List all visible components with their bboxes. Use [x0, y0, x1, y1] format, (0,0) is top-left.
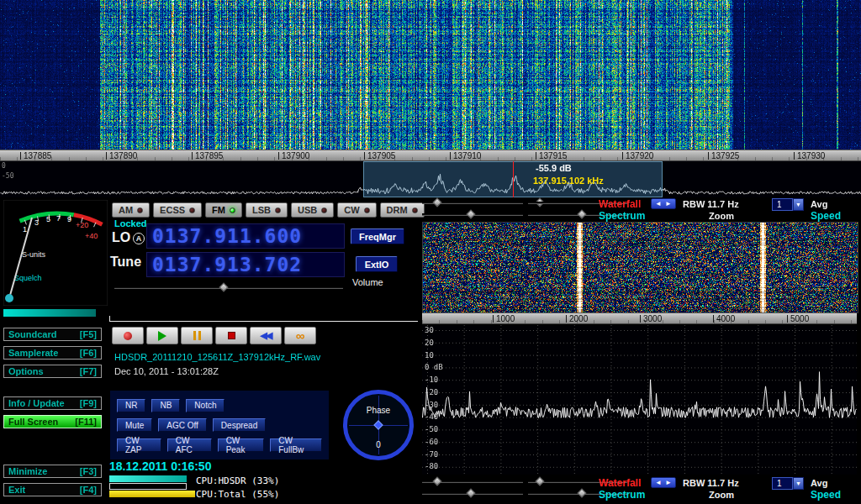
mute-button[interactable]: Mute: [117, 418, 152, 432]
cw-afc-button[interactable]: CW AFC: [167, 438, 212, 452]
af-spectrum-trace: [422, 325, 857, 475]
af-waterfall-display[interactable]: [422, 222, 858, 313]
lo-frequency-display[interactable]: 0137.911.600: [146, 223, 345, 249]
mode-cw-button[interactable]: CW: [337, 202, 376, 218]
chevron-down-icon[interactable]: ▼: [793, 198, 804, 211]
avg-select[interactable]: 1▼: [772, 477, 804, 490]
pause-button[interactable]: [181, 327, 213, 344]
waterfall-brightness-slider[interactable]: [422, 478, 523, 486]
db-tick: 30: [425, 326, 434, 334]
spectrum-label[interactable]: Spectrum: [599, 210, 645, 222]
waterfall-controls-bottom: Waterfall ◄► RBW 11.7 Hz 1▼ Avg Spectrum…: [420, 477, 861, 502]
waterfall-brightness-slider[interactable]: [422, 199, 523, 207]
mode-lsb-button[interactable]: LSB: [246, 202, 288, 218]
chevron-down-icon[interactable]: ▼: [793, 477, 804, 490]
zoom-out-icon[interactable]: ◄: [655, 200, 662, 207]
freqmgr-button[interactable]: FreqMgr: [351, 228, 404, 244]
db-tick: -60: [425, 438, 438, 446]
spectrum-label[interactable]: Spectrum: [599, 489, 645, 501]
recording-filename: HDSDR_20111210_125611Z_137912kHz_RF.wav: [114, 352, 320, 362]
avg-select[interactable]: 1▼: [772, 198, 804, 211]
zoom-arrows[interactable]: ◄►: [651, 477, 676, 488]
agc-button[interactable]: AGC Off: [158, 418, 207, 432]
squelch-label: Squelch: [14, 274, 42, 282]
rewind-button[interactable]: ◀◀: [250, 327, 282, 344]
samplerate-button[interactable]: Samplerate[F6]: [3, 346, 102, 360]
cpu-total-text: CPU:Total (55%): [196, 489, 279, 500]
nr-button[interactable]: NR: [117, 399, 145, 412]
mode-led: [321, 207, 327, 213]
smeter-units-label: S-units: [22, 250, 46, 259]
stop-button[interactable]: [215, 327, 247, 344]
soundcard-button[interactable]: Soundcard[F5]: [3, 328, 102, 341]
overview-spectrum[interactable]: 0 -50 -55.9 dB 137.915.102 kHz: [0, 161, 861, 197]
panel-edge-line: [109, 321, 418, 322]
smeter-tick-label: 7: [56, 214, 61, 223]
zoom-label: Zoom: [709, 211, 734, 221]
spectrum-range-slider[interactable]: [422, 490, 523, 497]
mode-am-button[interactable]: AM: [112, 202, 150, 218]
speed-label: Speed: [811, 210, 841, 222]
lo-label: LO: [112, 230, 130, 245]
freq-tick: 4000: [713, 313, 735, 323]
nb-button[interactable]: NB: [151, 399, 180, 412]
loop-button[interactable]: ∞: [284, 327, 316, 344]
zoom-out-icon[interactable]: ◄: [655, 479, 662, 486]
extio-button[interactable]: ExtIO: [356, 256, 398, 272]
freq-tick: 137900: [278, 150, 309, 160]
despread-button[interactable]: Despread: [213, 418, 266, 432]
waterfall-label[interactable]: Waterfall: [599, 198, 641, 210]
main-frequency-scale[interactable]: 137885 137890 137895 137900 137905 13791…: [0, 150, 861, 161]
af-spectrum-display[interactable]: 30 20 10 0 dB -10 -20 -30 -40 -50 -60 -7…: [422, 325, 857, 475]
db-axis-label: -50: [2, 172, 13, 180]
volume-slider[interactable]: [114, 284, 343, 291]
signal-level-readout: -55.9 dB: [536, 163, 572, 173]
smeter-tick-label: +20: [76, 221, 88, 229]
waterfall-label[interactable]: Waterfall: [599, 477, 641, 489]
record-icon: [124, 332, 132, 340]
record-button[interactable]: [112, 327, 144, 344]
speed-label: Speed: [811, 489, 841, 501]
zoom-in-icon[interactable]: ►: [665, 479, 672, 486]
locked-indicator: Locked: [114, 218, 147, 228]
pause-icon: [193, 331, 201, 340]
main-waterfall-display[interactable]: [0, 0, 861, 150]
lo-lock-badge[interactable]: A: [133, 233, 145, 244]
options-button[interactable]: Options[F7]: [3, 365, 102, 378]
smeter-pivot: [5, 294, 13, 302]
dsp-panel: NR NB Notch Mute AGC Off Despread CW ZAP…: [109, 390, 330, 460]
s-meter[interactable]: 1 3 5 7 9 +20 +40 S-units Squelch: [3, 200, 108, 306]
db-tick: 0 dB: [425, 363, 443, 371]
notch-button[interactable]: Notch: [186, 399, 224, 412]
freq-tick: 137930: [794, 150, 825, 160]
mode-fm-button[interactable]: FM: [205, 202, 242, 218]
db-tick: 20: [425, 339, 434, 347]
rewind-icon: ◀◀: [261, 330, 272, 341]
minimize-button[interactable]: Minimize[F3]: [3, 465, 102, 478]
zoom-arrows[interactable]: ◄►: [651, 198, 676, 209]
mode-ecss-button[interactable]: ECSS: [153, 202, 202, 218]
hdsdr-window: 137885 137890 137895 137900 137905 13791…: [0, 0, 861, 504]
exit-button[interactable]: Exit[F4]: [3, 483, 102, 496]
play-button[interactable]: [146, 327, 178, 344]
db-tick: -40: [425, 412, 438, 421]
fullscreen-button[interactable]: Full Screen[F11]: [3, 415, 102, 428]
cw-fullbw-button[interactable]: CW FullBw: [270, 438, 322, 452]
freq-tick: 5000: [787, 313, 809, 323]
db-axis-label: 0: [2, 162, 6, 170]
tune-frequency-display[interactable]: 0137.913.702: [146, 252, 345, 277]
smeter-tick-label: 5: [46, 215, 50, 223]
squelch-level-bar[interactable]: [3, 309, 96, 317]
info-update-button[interactable]: Info / Update[F9]: [3, 396, 102, 410]
zoom-in-icon[interactable]: ►: [665, 200, 672, 207]
phase-dial[interactable]: Phase 0: [343, 390, 414, 460]
cw-peak-button[interactable]: CW Peak: [218, 438, 265, 452]
af-frequency-scale[interactable]: 1000 2000 3000 4000 5000: [422, 312, 857, 324]
cursor-frequency-readout: 137.915.102 kHz: [533, 176, 604, 186]
cw-zap-button[interactable]: CW ZAP: [117, 438, 161, 452]
mode-usb-button[interactable]: USB: [291, 202, 334, 218]
freq-tick: 137895: [192, 150, 223, 160]
spectrum-range-slider[interactable]: [422, 211, 523, 218]
mode-drm-button[interactable]: DRM: [380, 202, 425, 218]
freq-tick: 3000: [640, 313, 662, 323]
